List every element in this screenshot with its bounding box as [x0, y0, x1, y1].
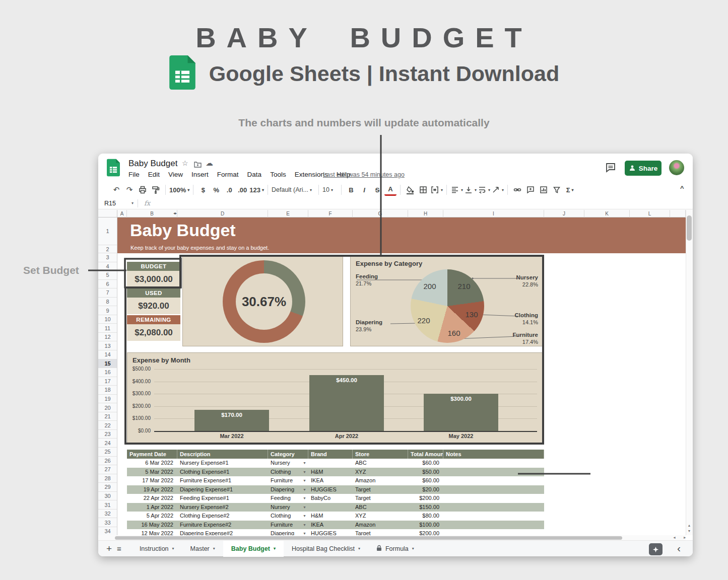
column-header-K[interactable]: K: [584, 210, 630, 218]
bar-chart-panel[interactable]: Expense by Month $500.00$400.00$300.00$2…: [127, 352, 544, 443]
cell-notes[interactable]: [443, 476, 544, 485]
cell-description[interactable]: Nursery Expense#2: [177, 503, 268, 512]
cell-brand[interactable]: HUGGIES: [308, 529, 353, 535]
cell-payment-date[interactable]: 22 Apr 2022: [127, 494, 177, 503]
cell-brand[interactable]: H&M: [308, 512, 353, 521]
cell-description[interactable]: Diapering Expense#1: [177, 485, 268, 494]
row-header-17[interactable]: 17: [98, 377, 117, 386]
table-row[interactable]: 6 Mar 2022 Nursery Expense#1 Nursery ▼ A…: [127, 459, 544, 468]
cell-payment-date[interactable]: 5 Apr 2022: [127, 512, 177, 521]
vertical-scroll-thumb[interactable]: [687, 215, 692, 241]
cell-total-amount[interactable]: $150.00: [408, 503, 443, 512]
dropdown-arrow-icon[interactable]: ▼: [303, 494, 306, 503]
table-header-notes[interactable]: Notes: [443, 450, 544, 459]
horizontal-scroll-arrows[interactable]: ◄ ►: [673, 536, 690, 539]
menu-item[interactable]: Data: [247, 171, 262, 178]
hidden-column-marker-icon[interactable]: ◂▸: [173, 211, 176, 215]
font-size-select[interactable]: 10▾: [322, 184, 338, 196]
cloud-status-icon[interactable]: ☁: [206, 159, 213, 168]
row-header-21[interactable]: 21: [98, 412, 117, 421]
summary-value-remaining[interactable]: $2,080.00: [127, 324, 180, 341]
row-header-14[interactable]: 14: [98, 350, 117, 359]
cell-description[interactable]: Nursery Expense#1: [177, 459, 268, 468]
cell-notes[interactable]: [443, 485, 544, 494]
column-header-L[interactable]: L: [630, 210, 670, 218]
table-header-store[interactable]: Store: [353, 450, 408, 459]
row-header-4[interactable]: 4: [98, 262, 117, 271]
cell-store[interactable]: Target: [353, 494, 408, 503]
tab-dropdown-icon[interactable]: ▾: [412, 546, 414, 551]
cell-payment-date[interactable]: 16 May 2022: [127, 521, 177, 530]
row-header-28[interactable]: 28: [98, 474, 117, 483]
cell-notes[interactable]: [443, 503, 544, 512]
row-header-2[interactable]: 2: [98, 245, 117, 253]
dropdown-arrow-icon[interactable]: ▼: [303, 529, 306, 535]
table-row[interactable]: 19 Apr 2022 Diapering Expense#1 Diaperin…: [127, 485, 544, 494]
row-header-10[interactable]: 10: [98, 315, 117, 324]
cell-description[interactable]: Clothing Expense#2: [177, 512, 268, 521]
horizontal-scroll-thumb[interactable]: [115, 536, 622, 540]
cell-total-amount[interactable]: $80.00: [408, 512, 443, 521]
cell-notes[interactable]: [443, 468, 544, 477]
row-header-31[interactable]: 31: [98, 500, 117, 510]
row-header-27[interactable]: 27: [98, 465, 117, 474]
wrap-text-icon[interactable]: ▾: [478, 184, 490, 196]
row-header-9[interactable]: 9: [98, 306, 117, 315]
dropdown-arrow-icon[interactable]: ▼: [303, 503, 306, 512]
row-header-1[interactable]: 1: [98, 218, 117, 245]
table-row[interactable]: 1 Apr 2022 Nursery Expense#2 Nursery ▼ A…: [127, 503, 544, 512]
row-header-16[interactable]: 16: [98, 368, 117, 377]
row-header-3[interactable]: 3: [98, 253, 117, 262]
column-header-G[interactable]: G: [353, 210, 408, 218]
pie-chart-panel[interactable]: Expense by Category 210130160220200 Fe: [350, 256, 544, 346]
filter-icon[interactable]: [551, 184, 563, 196]
cell-store[interactable]: ABC: [353, 503, 408, 512]
cell-total-amount[interactable]: $200.00: [408, 494, 443, 503]
row-header-30[interactable]: 30: [98, 492, 117, 501]
column-header-D[interactable]: D: [177, 210, 268, 218]
tab-dropdown-icon[interactable]: ▾: [274, 546, 276, 551]
bold-button[interactable]: B: [345, 184, 357, 196]
cell-category-dropdown[interactable]: Nursery ▼: [268, 503, 308, 512]
summary-value-used[interactable]: $920.00: [127, 298, 180, 314]
cell-store[interactable]: Target: [353, 529, 408, 535]
menu-item[interactable]: Format: [217, 171, 239, 178]
cell-brand[interactable]: H&M: [308, 468, 353, 477]
table-header-category[interactable]: Category: [268, 450, 308, 459]
column-header-E[interactable]: E: [268, 210, 308, 218]
cell-store[interactable]: Amazon: [353, 521, 408, 530]
decrease-decimal-button[interactable]: .0: [223, 184, 235, 196]
table-row[interactable]: 12 May 2022 Diapering Expense#2 Diaperin…: [127, 529, 544, 535]
cell-description[interactable]: Furniture Expense#1: [177, 476, 268, 485]
row-header-19[interactable]: 19: [98, 395, 117, 404]
move-folder-icon[interactable]: [194, 161, 202, 170]
bar-apr-2022[interactable]: [309, 375, 384, 431]
column-header-H[interactable]: H: [408, 210, 443, 218]
cell-notes[interactable]: [443, 494, 544, 503]
cell-description[interactable]: Feeding Expense#1: [177, 494, 268, 503]
tab-dropdown-icon[interactable]: ▾: [213, 546, 215, 551]
table-row[interactable]: 16 May 2022 Furniture Expense#2 Furnitur…: [127, 521, 544, 530]
percent-format-button[interactable]: %: [210, 184, 222, 196]
row-header-6[interactable]: 6: [98, 280, 117, 289]
cell-description[interactable]: Furniture Expense#2: [177, 521, 268, 530]
star-icon[interactable]: ☆: [182, 159, 188, 167]
sheet-tab-instruction[interactable]: Instruction▾: [131, 541, 182, 557]
cell-category-dropdown[interactable]: Furniture ▼: [268, 521, 308, 530]
dropdown-arrow-icon[interactable]: ▼: [303, 521, 306, 530]
sheet-tab-master[interactable]: Master▾: [182, 541, 223, 557]
comment-history-icon[interactable]: [605, 162, 616, 175]
cell-category-dropdown[interactable]: Clothing ▼: [268, 512, 308, 521]
collapse-panel-icon[interactable]: ‹: [677, 542, 681, 554]
cell-notes[interactable]: [443, 459, 544, 468]
cell-total-amount[interactable]: $200.00: [408, 529, 443, 535]
sheet-tab-formula[interactable]: Formula▾: [368, 541, 422, 557]
undo-icon[interactable]: ↶: [110, 184, 122, 196]
cell-brand[interactable]: [308, 503, 353, 512]
share-button[interactable]: Share: [625, 161, 661, 176]
row-header-5[interactable]: 5: [98, 271, 117, 280]
dropdown-arrow-icon[interactable]: ▼: [303, 459, 306, 468]
sheet-tab-baby-budget[interactable]: Baby Budget▾: [223, 541, 284, 557]
more-formats-button[interactable]: 123▾: [249, 184, 264, 196]
grid-corner[interactable]: [98, 210, 117, 218]
